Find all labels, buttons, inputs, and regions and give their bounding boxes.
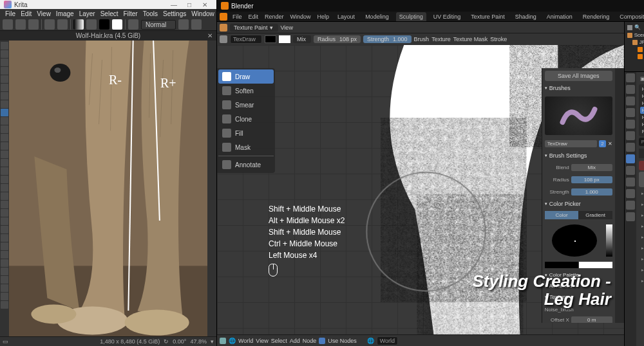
use-nodes-checkbox[interactable] xyxy=(319,338,325,344)
workspace-texpaint[interactable]: Texture Paint xyxy=(468,12,508,21)
gradient-tab[interactable]: Gradient xyxy=(578,211,612,219)
list-item[interactable]: Hair_Body_B xyxy=(640,93,644,100)
close-button[interactable]: ✕ xyxy=(197,1,213,8)
swatch-black[interactable] xyxy=(265,35,276,43)
redo-icon[interactable] xyxy=(57,19,68,30)
radius-field[interactable]: 108 px xyxy=(571,176,612,183)
tool-smart-patch[interactable] xyxy=(1,184,8,192)
panel-render[interactable]: Render xyxy=(639,210,644,220)
tool-line[interactable] xyxy=(1,75,8,83)
menu-window[interactable]: Window xyxy=(289,14,312,20)
tool-zoom[interactable] xyxy=(1,293,8,300)
tool-soften[interactable]: Soften xyxy=(218,84,274,98)
panel-hair-dynamics[interactable]: Hair Dynamics xyxy=(639,199,644,209)
brush-preview[interactable] xyxy=(545,96,612,135)
tool-clone[interactable]: Clone xyxy=(218,112,274,126)
list-item[interactable]: Hair_Head xyxy=(640,100,644,107)
tool-fill[interactable] xyxy=(1,192,8,200)
hdr-brush[interactable]: Brush xyxy=(414,36,430,42)
workspace-shading[interactable]: Shading xyxy=(512,12,540,21)
render-tab-icon[interactable] xyxy=(626,73,635,82)
maximize-button[interactable]: □ xyxy=(182,1,197,8)
footer-view[interactable]: View xyxy=(256,338,268,344)
tool-select-magnetic[interactable] xyxy=(1,284,8,292)
unlink-icon[interactable]: ✕ xyxy=(608,141,612,147)
footer-select[interactable]: Select xyxy=(271,338,287,344)
status-zoom[interactable]: 47.8% xyxy=(190,338,207,345)
tool-assistant[interactable] xyxy=(1,201,8,208)
outliner-scene-collection[interactable]: Scene Collection xyxy=(626,32,644,39)
strength-field[interactable]: 1.000 xyxy=(571,188,612,196)
menu-window[interactable]: Window xyxy=(189,10,217,17)
save-images-button[interactable]: Save All Images xyxy=(545,71,612,81)
color-tab[interactable]: Color xyxy=(545,211,579,219)
tool-fill[interactable]: Fill xyxy=(218,126,274,140)
settings-header[interactable]: Brush Settings xyxy=(545,151,612,160)
footer-world1[interactable]: World xyxy=(238,338,253,344)
save-icon[interactable] xyxy=(28,19,39,30)
workspace-modeling[interactable]: Modeling xyxy=(362,12,392,21)
search-icon[interactable]: 🔍 xyxy=(634,24,641,30)
settings-datablock[interactable]: ParticleSettings.006 xyxy=(639,138,644,146)
tool-pan[interactable] xyxy=(1,301,8,309)
hdr-texmask[interactable]: Texture Mask xyxy=(453,36,488,42)
menu-edit[interactable]: Edit xyxy=(247,14,260,20)
outliner-item[interactable]: Plane xyxy=(626,46,644,53)
panel-hairshape[interactable]: Hair Shape xyxy=(639,243,644,253)
brush-icon[interactable] xyxy=(220,35,227,43)
tool-multi[interactable] xyxy=(1,125,8,133)
minimize-button[interactable]: — xyxy=(166,1,182,8)
menu-image[interactable]: Image xyxy=(53,10,77,17)
disconnect-hair-button[interactable]: Disconnect Hair xyxy=(639,172,644,187)
list-item[interactable]: Hair_Leg_A xyxy=(640,107,644,114)
world-tab-icon[interactable] xyxy=(626,120,635,129)
tool-select-bezier[interactable] xyxy=(1,276,8,284)
workspace-uv[interactable]: UV Editing xyxy=(430,12,464,21)
menu-layer[interactable]: Layer xyxy=(77,10,98,17)
mode-dropdown[interactable]: Texture Paint ▾ xyxy=(230,24,278,32)
hdr-texture[interactable]: Texture xyxy=(431,36,451,42)
tool-dyna[interactable] xyxy=(1,117,8,125)
texture-tab-icon[interactable] xyxy=(626,212,635,221)
tool-draw[interactable]: Draw xyxy=(218,69,274,84)
pattern-icon[interactable] xyxy=(86,19,97,30)
tool-smear[interactable]: Smear xyxy=(218,98,274,112)
tool-rect[interactable] xyxy=(1,84,8,91)
workspace-layout[interactable]: Layout xyxy=(334,12,358,21)
tool-crop[interactable] xyxy=(1,59,8,66)
alpha-lock-icon[interactable] xyxy=(191,19,202,30)
bg-swatch[interactable] xyxy=(579,262,612,268)
tex-name-field[interactable]: TexDraw xyxy=(545,140,598,147)
tool-pattern[interactable] xyxy=(1,159,8,167)
tool-select-ellipse[interactable] xyxy=(1,234,8,242)
menu-file[interactable]: File xyxy=(3,10,18,17)
workspace-sculpting[interactable]: Sculpting xyxy=(396,12,426,21)
strength-slider[interactable]: Strength1.000 xyxy=(363,35,412,43)
color-wheel[interactable] xyxy=(552,224,597,257)
list-item[interactable]: Hair_Body_A xyxy=(640,86,644,93)
physics-tab-icon[interactable] xyxy=(626,166,635,175)
panel-children[interactable]: Children xyxy=(639,232,644,242)
scene-tab-icon[interactable] xyxy=(626,108,635,117)
menu-select[interactable]: Select xyxy=(98,10,121,17)
panel-forcefield[interactable]: Force Field Settings xyxy=(639,265,644,275)
list-item[interactable]: Hair_Tail xyxy=(640,121,644,128)
world-icon[interactable]: 🌐 xyxy=(229,338,236,344)
footer-add[interactable]: Add xyxy=(290,338,300,344)
outliner-type-icon[interactable] xyxy=(627,25,632,30)
eraser-icon[interactable] xyxy=(178,19,189,30)
fg-color-icon[interactable] xyxy=(99,19,109,30)
krita-canvas[interactable]: R- R+ xyxy=(9,41,207,337)
tool-measure[interactable] xyxy=(1,209,8,217)
delete-edit-button[interactable]: Delete Edit xyxy=(639,161,644,170)
blender-icon[interactable] xyxy=(220,13,227,21)
menu-file[interactable]: File xyxy=(231,14,243,20)
footer-node[interactable]: Node xyxy=(303,338,317,344)
tool-transform[interactable] xyxy=(1,42,8,50)
material-tab-icon[interactable] xyxy=(626,201,635,210)
vp-menu-view[interactable]: View xyxy=(281,24,293,31)
tool-gradient[interactable] xyxy=(1,167,8,175)
tool-polyline[interactable] xyxy=(1,100,8,108)
tool-brush[interactable] xyxy=(1,109,8,116)
particles-tab-icon[interactable] xyxy=(626,154,635,163)
